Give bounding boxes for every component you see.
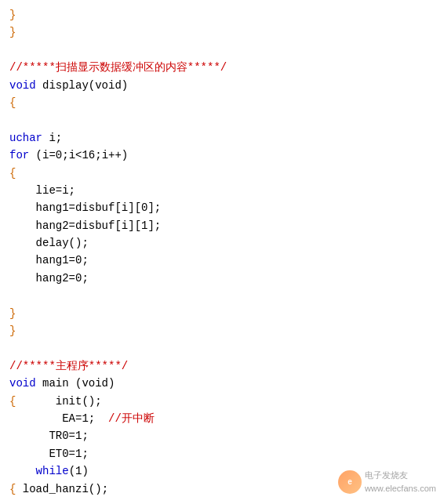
line-brace-3: { [9, 94, 435, 111]
code-hang1-0: hang1=0; [9, 254, 89, 267]
code-et0: ET0=1; [9, 448, 89, 460]
site-url: www.elecfans.com [365, 482, 436, 496]
line-delay: delay(); [9, 234, 435, 252]
brace-close-1: } [9, 307, 16, 320]
line-for: for (i=0;i<16;i++) [9, 147, 435, 164]
watermark: e 电子发烧友 www.elecfans.com [338, 469, 436, 496]
code-tr0: TR0=1; [9, 430, 89, 442]
for-condition: (i=0;i<16;i++) [29, 149, 128, 161]
brace-3: { [9, 96, 16, 109]
keyword-for: for [9, 149, 29, 161]
line-2: } [9, 24, 435, 41]
comment-1: //*****扫描显示数据缓冲区的内容*****/ [9, 61, 227, 74]
line-1: } [9, 6, 435, 24]
code-hang1: hang1=disbuf[i][0]; [9, 201, 161, 214]
indent-while [9, 465, 36, 477]
func-main: main (void) [36, 377, 115, 390]
watermark-logo: e 电子发烧友 www.elecfans.com [338, 469, 436, 496]
code-hang2: hang2=disbuf[i][1]; [9, 219, 161, 232]
line-tr0: TR0=1; [9, 427, 435, 444]
code-init: init(); [16, 395, 101, 408]
line-et0: ET0=1; [9, 445, 435, 462]
uchar-decl: i; [42, 132, 62, 144]
line-hang2-0: hang2=0; [9, 270, 435, 287]
site-name: 电子发烧友 [365, 469, 436, 483]
keyword-void-1: void [9, 79, 36, 92]
code-hang2-0: hang2=0; [9, 272, 89, 285]
line-hang2: hang2=disbuf[i][1]; [9, 217, 435, 234]
comment-interrupt: //开中断 [108, 412, 155, 425]
code-delay: delay(); [9, 237, 89, 249]
line-empty-4 [9, 339, 435, 357]
line-void-main: void main (void) [9, 375, 435, 392]
line-comment-2: //*****主程序*****/ [9, 357, 435, 375]
func-display: display(void) [36, 79, 129, 92]
line-empty-1 [9, 42, 435, 59]
while-condition: (1) [69, 465, 89, 477]
line-empty-3 [9, 287, 435, 304]
line-void-display: void display(void) [9, 77, 435, 94]
code-ea: EA=1; [9, 412, 108, 425]
line-lie: lie=i; [9, 182, 435, 199]
watermark-text: 电子发烧友 www.elecfans.com [365, 469, 436, 496]
keyword-void-2: void [9, 377, 36, 390]
code-lie: lie=i; [9, 184, 75, 197]
brace-1: } [9, 9, 16, 21]
line-hang1: hang1=disbuf[i][0]; [9, 199, 435, 216]
line-brace-close-1: } [9, 305, 435, 322]
brace-4: { [9, 167, 16, 179]
logo-icon: e [338, 470, 362, 494]
line-hang1-0: hang1=0; [9, 252, 435, 269]
line-comment-1: //*****扫描显示数据缓冲区的内容*****/ [9, 59, 435, 76]
brace-2: } [9, 26, 16, 38]
keyword-while: while [36, 465, 69, 477]
line-init: { init(); [9, 393, 435, 410]
code-load-hanzi: load_hanzi(); [23, 483, 108, 495]
line-ea: EA=1; //开中断 [9, 410, 435, 427]
keyword-uchar: uchar [9, 132, 42, 144]
brace-close-2: } [9, 325, 16, 337]
comment-2: //*****主程序*****/ [9, 360, 128, 372]
line-uchar: uchar i; [9, 129, 435, 147]
code-container: } } //*****扫描显示数据缓冲区的内容*****/ void displ… [0, 0, 444, 504]
line-empty-2 [9, 111, 435, 129]
brace-while: { [9, 483, 23, 495]
line-brace-close-2: } [9, 322, 435, 339]
line-brace-4: { [9, 165, 435, 182]
